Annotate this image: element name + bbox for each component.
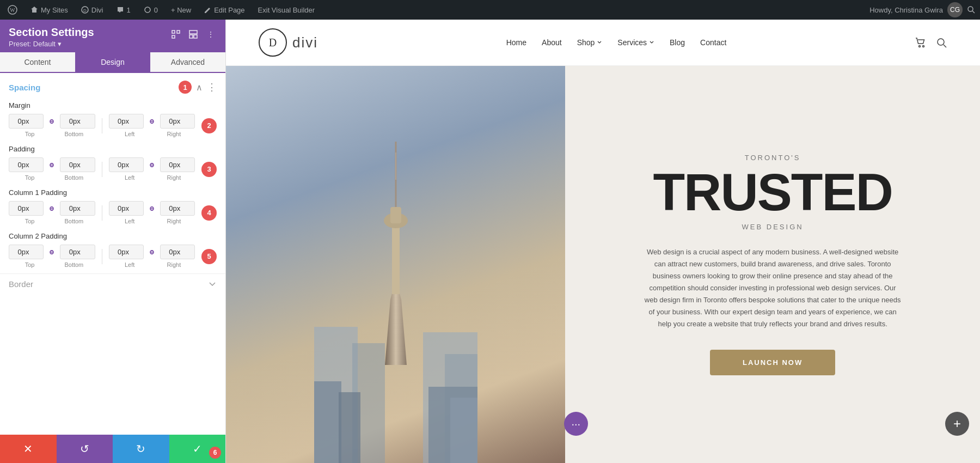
plus-icon: + xyxy=(953,416,961,431)
exit-builder-btn[interactable]: Exit Visual Builder xyxy=(255,0,318,20)
nav-services[interactable]: Services xyxy=(617,38,654,47)
padding-lr-link-icon[interactable] xyxy=(146,161,158,169)
col2-right-group: 0px xyxy=(160,245,195,259)
svg-rect-35 xyxy=(314,381,341,463)
col2-lr-labels: Left Right xyxy=(109,261,195,268)
undo-button[interactable]: ↺ xyxy=(57,435,113,463)
sidebar-preset[interactable]: Preset: Default ▾ xyxy=(9,40,94,48)
spacing-options-btn[interactable]: ⋮ xyxy=(207,81,217,93)
layout-icon[interactable] xyxy=(187,28,199,40)
float-plus-button[interactable]: + xyxy=(945,412,969,436)
cart-icon[interactable] xyxy=(915,36,927,48)
margin-bottom-input[interactable]: 0px xyxy=(60,114,89,128)
col2-lr-link-icon[interactable] xyxy=(146,248,158,256)
edit-page-btn[interactable]: Edit Page xyxy=(201,0,248,20)
col1-right-input[interactable]: 0px xyxy=(161,202,189,215)
my-sites-btn[interactable]: My Sites xyxy=(27,0,71,20)
collapse-spacing-btn[interactable]: ∧ xyxy=(196,82,203,93)
wp-logo-btn[interactable]: W xyxy=(4,0,21,20)
float-dots-button[interactable]: ··· xyxy=(564,412,588,436)
margin-badge: 2 xyxy=(201,118,217,133)
search-icon-admin[interactable] xyxy=(967,5,976,14)
nav-contact[interactable]: Contact xyxy=(700,38,726,47)
padding-tb-labels: Top Bottom xyxy=(9,174,95,181)
sidebar-tabs: Content Design Advanced xyxy=(0,52,225,73)
pencil-icon xyxy=(204,7,211,14)
col2-bottom-label: Bottom xyxy=(53,261,95,268)
margin-top-input[interactable]: 0px xyxy=(9,114,38,128)
house-icon xyxy=(30,6,38,14)
col1-left-label: Left xyxy=(109,218,151,224)
svg-marker-29 xyxy=(385,289,407,365)
padding-left-input[interactable]: 0px xyxy=(109,158,138,172)
padding-link-icon[interactable] xyxy=(46,161,58,169)
undo-icon: ↺ xyxy=(80,442,89,455)
divi-btn[interactable]: D Divi xyxy=(78,0,107,20)
new-label: + New xyxy=(171,6,191,14)
col1-bottom-group: 0px xyxy=(60,201,95,216)
col1-inputs-row: 0px 0px Top Bottom xyxy=(9,201,217,224)
redo-button[interactable]: ↻ xyxy=(113,435,169,463)
col2-tb-labels: Top Bottom xyxy=(9,261,95,268)
nav-home[interactable]: Home xyxy=(506,38,526,47)
margin-left-input[interactable]: 0px xyxy=(109,114,138,128)
margin-right-input[interactable]: 0px xyxy=(161,114,189,128)
col1-left-group: 0px xyxy=(109,201,144,216)
col1-lr-link-icon[interactable] xyxy=(146,205,158,212)
fullscreen-icon[interactable] xyxy=(170,28,182,40)
col2-right-input[interactable]: 0px xyxy=(161,245,189,259)
more-icon[interactable]: ⋮ xyxy=(205,28,217,40)
margin-link-icon[interactable] xyxy=(46,118,58,125)
nav-about[interactable]: About xyxy=(542,38,562,47)
launch-button[interactable]: LAUNCH NOW xyxy=(710,350,835,375)
bubble-btn[interactable]: 0 xyxy=(140,0,161,20)
site-nav: Home About Shop Services Blog Contact xyxy=(506,38,727,47)
svg-rect-30 xyxy=(392,223,400,294)
search-icon-nav[interactable] xyxy=(935,36,947,48)
divi-icon: D xyxy=(81,6,89,14)
padding-divider xyxy=(102,162,102,177)
svg-rect-32 xyxy=(390,207,401,223)
col1-left-input[interactable]: 0px xyxy=(109,202,138,215)
nav-shop[interactable]: Shop xyxy=(577,38,603,47)
cancel-button[interactable]: ✕ xyxy=(0,435,57,463)
col2-top-input[interactable]: 0px xyxy=(9,245,38,259)
col1-top-input[interactable]: 0px xyxy=(9,202,38,215)
col2-bottom-input[interactable]: 0px xyxy=(60,245,89,259)
border-header[interactable]: Border xyxy=(9,279,217,289)
svg-rect-8 xyxy=(177,31,180,33)
col1-padding-label: Column 1 Padding xyxy=(9,188,217,197)
col2-link-icon[interactable] xyxy=(46,248,58,256)
comments-btn[interactable]: 1 xyxy=(113,0,134,20)
site-logo[interactable]: D divi xyxy=(259,28,318,57)
padding-right-input[interactable]: 0px xyxy=(161,158,189,172)
sidebar-panel: Section Settings Preset: Default ▾ ⋮ Con… xyxy=(0,20,226,463)
redo-icon: ↻ xyxy=(136,442,145,455)
col1-bottom-label: Bottom xyxy=(53,218,95,224)
col2-divider xyxy=(102,249,102,264)
spacing-badge: 1 xyxy=(179,81,192,94)
sidebar-content: Spacing 1 ∧ ⋮ Margin 0px xyxy=(0,73,225,435)
tab-content[interactable]: Content xyxy=(0,52,75,72)
margin-top-label: Top xyxy=(9,131,51,137)
col1-bottom-input[interactable]: 0px xyxy=(60,202,89,215)
margin-lr-link-icon[interactable] xyxy=(146,118,158,125)
col2-left-input[interactable]: 0px xyxy=(109,245,138,259)
margin-top-bottom-row: 0px 0px xyxy=(9,114,95,129)
padding-top-input[interactable]: 0px xyxy=(9,158,38,172)
bubble-count: 0 xyxy=(154,6,158,14)
col2-tb-row: 0px 0px xyxy=(9,245,95,259)
padding-lr-labels: Left Right xyxy=(109,174,195,181)
save-badge: 6 xyxy=(209,447,221,459)
border-title: Border xyxy=(9,279,33,289)
tab-advanced[interactable]: Advanced xyxy=(150,52,225,72)
svg-point-22 xyxy=(922,46,924,47)
tab-design[interactable]: Design xyxy=(75,52,150,72)
admin-bar: W My Sites D Divi 1 0 + New Edit Page Ex… xyxy=(0,0,980,20)
new-btn[interactable]: + New xyxy=(168,0,194,20)
page-preview: D divi Home About Shop Services Blog Con… xyxy=(226,20,980,463)
save-button[interactable]: ✓ 6 xyxy=(169,435,226,463)
padding-bottom-input[interactable]: 0px xyxy=(60,158,89,172)
col1-link-icon[interactable] xyxy=(46,205,58,212)
nav-blog[interactable]: Blog xyxy=(670,38,685,47)
